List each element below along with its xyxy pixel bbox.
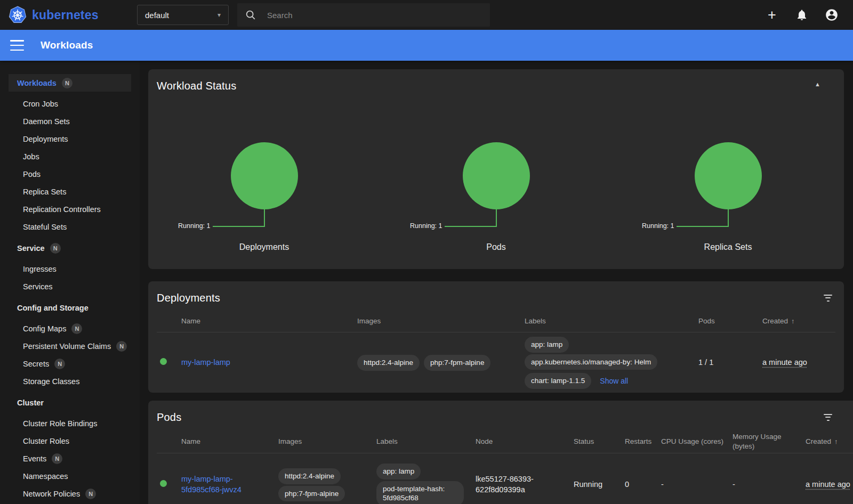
pie-chart[interactable] <box>463 142 530 209</box>
pods-count-cell: 1 / 1 <box>698 357 762 368</box>
sidebar-item-cluster-role-bindings[interactable]: Cluster Role Bindings <box>9 414 131 432</box>
column-header-labels[interactable]: Labels <box>376 437 476 446</box>
create-resource-button[interactable]: + <box>765 7 779 22</box>
sidebar-item-persistent-volume-claims[interactable]: Persistent Volume Claims N <box>9 337 131 355</box>
sidebar-item-pods[interactable]: Pods <box>9 165 131 183</box>
sidebar-item-config-maps[interactable]: Config Maps N <box>9 320 131 337</box>
top-app-bar: kubernetes default ▾ + <box>0 0 853 30</box>
memory-usage-cell: - <box>733 479 798 490</box>
leader-line-horizontal <box>445 226 496 227</box>
sidebar-item-label: Namespaces <box>23 472 68 481</box>
column-header-images[interactable]: Images <box>357 316 525 326</box>
column-header-created-label: Created <box>806 437 831 445</box>
sidebar-item-label: Cluster <box>17 399 44 407</box>
sidebar-item-label: Cron Jobs <box>23 100 58 108</box>
sidebar-item-events[interactable]: Events N <box>9 450 131 467</box>
column-header-images[interactable]: Images <box>278 437 376 446</box>
search-input[interactable] <box>267 11 482 20</box>
created-cell: a minute ago <box>762 357 835 368</box>
pods-card: Pods Name Images Labels Node Status Rest… <box>148 401 853 504</box>
kubernetes-logo-icon <box>9 6 27 24</box>
chart-title: Replica Sets <box>612 242 844 252</box>
sidebar-nav: Workloads N Cron Jobs Daemon Sets Deploy… <box>0 61 140 504</box>
pie-chart[interactable] <box>231 142 298 209</box>
leader-line-horizontal <box>213 226 264 227</box>
filter-icon[interactable] <box>821 410 835 424</box>
hamburger-menu-icon[interactable] <box>10 40 24 51</box>
column-header-created[interactable]: Created↑ <box>762 316 835 326</box>
sidebar-item-cluster-roles[interactable]: Cluster Roles <box>9 432 131 450</box>
sidebar-item-cluster[interactable]: Cluster <box>9 394 131 411</box>
column-header-memory[interactable]: Memory Usage (bytes) <box>733 432 798 451</box>
sidebar-item-stateful-sets[interactable]: Stateful Sets <box>9 218 131 235</box>
workload-charts: Running: 1 Deployments Running: 1 Pods R… <box>148 69 844 269</box>
sidebar-item-secrets[interactable]: Secrets N <box>9 355 131 372</box>
status-cell <box>157 479 181 490</box>
chart-title: Pods <box>380 242 612 252</box>
sidebar-item-jobs[interactable]: Jobs <box>9 148 131 165</box>
toolbar: Workloads <box>0 30 853 61</box>
column-header-status[interactable]: Status <box>574 437 625 446</box>
sort-ascending-icon: ↑ <box>834 437 838 445</box>
sidebar-item-replication-controllers[interactable]: Replication Controllers <box>9 200 131 218</box>
chart-annotation: Running: 1 <box>178 222 210 230</box>
chart-annotation: Running: 1 <box>642 222 674 230</box>
search-bar[interactable] <box>237 3 490 27</box>
column-header-restarts[interactable]: Restarts <box>625 437 661 446</box>
workload-status-card: Workload Status ▲ Running: 1 Deployments… <box>148 69 844 269</box>
sidebar-item-label: Stateful Sets <box>23 223 67 231</box>
sidebar-item-deployments[interactable]: Deployments <box>9 130 131 148</box>
label-chip: app: lamp <box>376 464 421 479</box>
sidebar-item-ingresses[interactable]: Ingresses <box>9 260 131 278</box>
table-row-deployment[interactable]: my-lamp-lamp httpd:2.4-alpinephp:7-fpm-a… <box>157 332 835 393</box>
column-header-node[interactable]: Node <box>476 437 574 446</box>
notifications-button[interactable] <box>794 7 809 22</box>
label-chip: chart: lamp-1.1.5 <box>525 373 591 389</box>
namespaced-badge: N <box>62 78 73 88</box>
namespace-selector[interactable]: default ▾ <box>137 5 229 25</box>
sidebar-item-label: Network Policies <box>23 490 80 498</box>
brand-name: kubernetes <box>32 8 99 22</box>
filter-icon[interactable] <box>821 291 835 305</box>
sidebar-item-config-and-storage[interactable]: Config and Storage <box>9 299 131 316</box>
sidebar-item-label: Replication Controllers <box>23 205 101 214</box>
sidebar-item-services[interactable]: Services <box>9 278 131 295</box>
column-header-labels[interactable]: Labels <box>525 316 698 326</box>
sidebar-item-label: Service <box>17 244 45 253</box>
node-cell: lke55127-86393-622f8d09399a <box>476 474 566 495</box>
sidebar-item-service[interactable]: Service N <box>9 239 131 257</box>
pod-link[interactable]: my-lamp-lamp-5fd985cf68-jwvz4 <box>181 475 242 494</box>
column-header-cpu[interactable]: CPU Usage (cores) <box>661 437 733 446</box>
sidebar-item-namespaces[interactable]: Namespaces <box>9 467 131 485</box>
leader-line-vertical <box>264 209 265 227</box>
sidebar-item-network-policies[interactable]: Network Policies N <box>9 485 131 502</box>
pods-table: Name Images Labels Node Status Restarts … <box>148 430 853 504</box>
column-header-name[interactable]: Name <box>181 316 357 326</box>
table-row-pod[interactable]: my-lamp-lamp-5fd985cf68-jwvz4 httpd:2.4-… <box>157 453 853 504</box>
account-button[interactable] <box>824 7 839 22</box>
sidebar-item-cron-jobs[interactable]: Cron Jobs <box>9 95 131 112</box>
sidebar-item-replica-sets[interactable]: Replica Sets <box>9 183 131 200</box>
namespaced-badge: N <box>85 489 96 499</box>
status-running-icon <box>160 358 167 365</box>
pie-chart[interactable] <box>695 142 762 209</box>
sidebar-item-label: Pods <box>23 170 41 178</box>
column-header-name[interactable]: Name <box>181 437 278 446</box>
brand[interactable]: kubernetes <box>0 6 137 24</box>
sidebar-item-label: Workloads <box>17 79 57 87</box>
deployment-link[interactable]: my-lamp-lamp <box>181 358 230 367</box>
images-cell: httpd:2.4-alpine php:7-fpm-alpine <box>278 467 376 503</box>
sidebar-item-workloads[interactable]: Workloads N <box>9 74 131 92</box>
sidebar-item-label: Persistent Volume Claims <box>23 342 111 351</box>
sort-ascending-icon: ↑ <box>791 317 795 325</box>
sidebar-item-storage-classes[interactable]: Storage Classes <box>9 372 131 390</box>
top-actions: + <box>765 7 853 22</box>
sidebar-item-daemon-sets[interactable]: Daemon Sets <box>9 112 131 130</box>
status-running-icon <box>160 480 167 487</box>
column-header-created[interactable]: Created↑ <box>798 437 853 446</box>
show-all-link[interactable]: Show all <box>600 376 628 386</box>
chart-deployments: Running: 1 Deployments <box>148 69 380 269</box>
main-content: Workload Status ▲ Running: 1 Deployments… <box>140 61 853 504</box>
column-header-pods[interactable]: Pods <box>698 316 762 326</box>
bell-icon <box>795 9 808 21</box>
